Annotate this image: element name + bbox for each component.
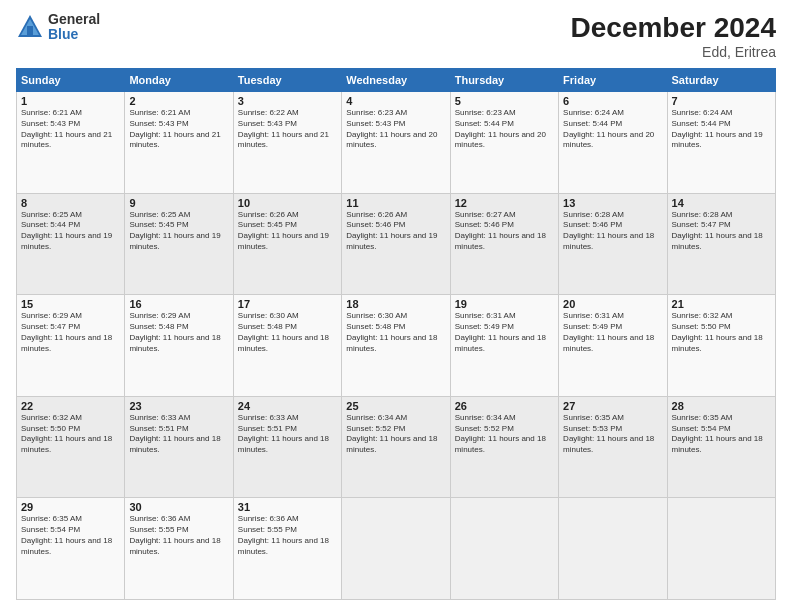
calendar-cell: 15Sunrise: 6:29 AM Sunset: 5:47 PM Dayli…: [17, 295, 125, 397]
calendar-cell: [342, 498, 450, 600]
day-info: Sunrise: 6:35 AM Sunset: 5:54 PM Dayligh…: [21, 514, 120, 557]
day-info: Sunrise: 6:35 AM Sunset: 5:53 PM Dayligh…: [563, 413, 662, 456]
day-number: 6: [563, 95, 662, 107]
calendar-cell: 21Sunrise: 6:32 AM Sunset: 5:50 PM Dayli…: [667, 295, 775, 397]
calendar-cell: 3Sunrise: 6:22 AM Sunset: 5:43 PM Daylig…: [233, 92, 341, 194]
day-info: Sunrise: 6:22 AM Sunset: 5:43 PM Dayligh…: [238, 108, 337, 151]
day-number: 15: [21, 298, 120, 310]
day-info: Sunrise: 6:23 AM Sunset: 5:43 PM Dayligh…: [346, 108, 445, 151]
logo-blue-text: Blue: [48, 27, 100, 42]
day-info: Sunrise: 6:24 AM Sunset: 5:44 PM Dayligh…: [563, 108, 662, 151]
logo-general-text: General: [48, 12, 100, 27]
day-info: Sunrise: 6:21 AM Sunset: 5:43 PM Dayligh…: [129, 108, 228, 151]
calendar-cell: 27Sunrise: 6:35 AM Sunset: 5:53 PM Dayli…: [559, 396, 667, 498]
day-number: 4: [346, 95, 445, 107]
calendar-week-row: 1Sunrise: 6:21 AM Sunset: 5:43 PM Daylig…: [17, 92, 776, 194]
calendar-col-sunday: Sunday: [17, 69, 125, 92]
day-info: Sunrise: 6:34 AM Sunset: 5:52 PM Dayligh…: [455, 413, 554, 456]
day-info: Sunrise: 6:30 AM Sunset: 5:48 PM Dayligh…: [346, 311, 445, 354]
calendar-cell: 17Sunrise: 6:30 AM Sunset: 5:48 PM Dayli…: [233, 295, 341, 397]
calendar-col-thursday: Thursday: [450, 69, 558, 92]
day-info: Sunrise: 6:26 AM Sunset: 5:46 PM Dayligh…: [346, 210, 445, 253]
calendar-cell: 28Sunrise: 6:35 AM Sunset: 5:54 PM Dayli…: [667, 396, 775, 498]
calendar-cell: 29Sunrise: 6:35 AM Sunset: 5:54 PM Dayli…: [17, 498, 125, 600]
day-number: 27: [563, 400, 662, 412]
calendar-cell: 7Sunrise: 6:24 AM Sunset: 5:44 PM Daylig…: [667, 92, 775, 194]
day-number: 31: [238, 501, 337, 513]
calendar-cell: 8Sunrise: 6:25 AM Sunset: 5:44 PM Daylig…: [17, 193, 125, 295]
day-number: 18: [346, 298, 445, 310]
day-info: Sunrise: 6:33 AM Sunset: 5:51 PM Dayligh…: [238, 413, 337, 456]
day-number: 13: [563, 197, 662, 209]
day-number: 7: [672, 95, 771, 107]
calendar-col-monday: Monday: [125, 69, 233, 92]
main-title: December 2024: [571, 12, 776, 44]
calendar-week-row: 29Sunrise: 6:35 AM Sunset: 5:54 PM Dayli…: [17, 498, 776, 600]
day-number: 20: [563, 298, 662, 310]
title-block: December 2024 Edd, Eritrea: [571, 12, 776, 60]
calendar-cell: 2Sunrise: 6:21 AM Sunset: 5:43 PM Daylig…: [125, 92, 233, 194]
calendar-cell: 23Sunrise: 6:33 AM Sunset: 5:51 PM Dayli…: [125, 396, 233, 498]
day-info: Sunrise: 6:23 AM Sunset: 5:44 PM Dayligh…: [455, 108, 554, 151]
day-number: 2: [129, 95, 228, 107]
day-number: 22: [21, 400, 120, 412]
calendar-col-tuesday: Tuesday: [233, 69, 341, 92]
calendar-table: SundayMondayTuesdayWednesdayThursdayFrid…: [16, 68, 776, 600]
day-number: 11: [346, 197, 445, 209]
calendar-cell: 16Sunrise: 6:29 AM Sunset: 5:48 PM Dayli…: [125, 295, 233, 397]
day-number: 16: [129, 298, 228, 310]
day-info: Sunrise: 6:28 AM Sunset: 5:47 PM Dayligh…: [672, 210, 771, 253]
calendar-cell: 19Sunrise: 6:31 AM Sunset: 5:49 PM Dayli…: [450, 295, 558, 397]
calendar-col-saturday: Saturday: [667, 69, 775, 92]
day-number: 29: [21, 501, 120, 513]
calendar-cell: 30Sunrise: 6:36 AM Sunset: 5:55 PM Dayli…: [125, 498, 233, 600]
day-number: 10: [238, 197, 337, 209]
logo-icon: [16, 13, 44, 41]
day-number: 12: [455, 197, 554, 209]
day-number: 5: [455, 95, 554, 107]
day-info: Sunrise: 6:24 AM Sunset: 5:44 PM Dayligh…: [672, 108, 771, 151]
calendar-cell: 6Sunrise: 6:24 AM Sunset: 5:44 PM Daylig…: [559, 92, 667, 194]
day-info: Sunrise: 6:26 AM Sunset: 5:45 PM Dayligh…: [238, 210, 337, 253]
calendar-cell: 12Sunrise: 6:27 AM Sunset: 5:46 PM Dayli…: [450, 193, 558, 295]
day-info: Sunrise: 6:33 AM Sunset: 5:51 PM Dayligh…: [129, 413, 228, 456]
day-info: Sunrise: 6:35 AM Sunset: 5:54 PM Dayligh…: [672, 413, 771, 456]
calendar-cell: 18Sunrise: 6:30 AM Sunset: 5:48 PM Dayli…: [342, 295, 450, 397]
day-info: Sunrise: 6:34 AM Sunset: 5:52 PM Dayligh…: [346, 413, 445, 456]
day-number: 17: [238, 298, 337, 310]
calendar-col-friday: Friday: [559, 69, 667, 92]
day-info: Sunrise: 6:29 AM Sunset: 5:48 PM Dayligh…: [129, 311, 228, 354]
calendar-cell: 22Sunrise: 6:32 AM Sunset: 5:50 PM Dayli…: [17, 396, 125, 498]
day-number: 26: [455, 400, 554, 412]
calendar-header-row: SundayMondayTuesdayWednesdayThursdayFrid…: [17, 69, 776, 92]
day-number: 8: [21, 197, 120, 209]
day-info: Sunrise: 6:31 AM Sunset: 5:49 PM Dayligh…: [563, 311, 662, 354]
calendar-cell: 25Sunrise: 6:34 AM Sunset: 5:52 PM Dayli…: [342, 396, 450, 498]
day-info: Sunrise: 6:36 AM Sunset: 5:55 PM Dayligh…: [238, 514, 337, 557]
day-number: 28: [672, 400, 771, 412]
calendar-cell: 24Sunrise: 6:33 AM Sunset: 5:51 PM Dayli…: [233, 396, 341, 498]
subtitle: Edd, Eritrea: [571, 44, 776, 60]
day-info: Sunrise: 6:27 AM Sunset: 5:46 PM Dayligh…: [455, 210, 554, 253]
day-number: 9: [129, 197, 228, 209]
calendar-week-row: 22Sunrise: 6:32 AM Sunset: 5:50 PM Dayli…: [17, 396, 776, 498]
svg-rect-2: [27, 26, 33, 35]
logo-text: General Blue: [48, 12, 100, 43]
day-number: 23: [129, 400, 228, 412]
day-number: 21: [672, 298, 771, 310]
calendar-cell: 26Sunrise: 6:34 AM Sunset: 5:52 PM Dayli…: [450, 396, 558, 498]
calendar-cell: 13Sunrise: 6:28 AM Sunset: 5:46 PM Dayli…: [559, 193, 667, 295]
day-info: Sunrise: 6:31 AM Sunset: 5:49 PM Dayligh…: [455, 311, 554, 354]
calendar-cell: 5Sunrise: 6:23 AM Sunset: 5:44 PM Daylig…: [450, 92, 558, 194]
page: General Blue December 2024 Edd, Eritrea …: [0, 0, 792, 612]
day-info: Sunrise: 6:29 AM Sunset: 5:47 PM Dayligh…: [21, 311, 120, 354]
calendar-cell: 14Sunrise: 6:28 AM Sunset: 5:47 PM Dayli…: [667, 193, 775, 295]
calendar-col-wednesday: Wednesday: [342, 69, 450, 92]
day-info: Sunrise: 6:30 AM Sunset: 5:48 PM Dayligh…: [238, 311, 337, 354]
calendar-cell: 20Sunrise: 6:31 AM Sunset: 5:49 PM Dayli…: [559, 295, 667, 397]
day-number: 3: [238, 95, 337, 107]
day-info: Sunrise: 6:25 AM Sunset: 5:45 PM Dayligh…: [129, 210, 228, 253]
day-info: Sunrise: 6:28 AM Sunset: 5:46 PM Dayligh…: [563, 210, 662, 253]
day-number: 30: [129, 501, 228, 513]
header: General Blue December 2024 Edd, Eritrea: [16, 12, 776, 60]
